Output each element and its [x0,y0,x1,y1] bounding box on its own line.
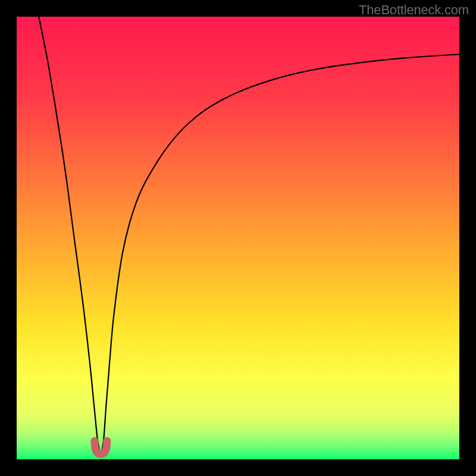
watermark-text: TheBottleneck.com [359,2,469,18]
bottleneck-chart [17,17,459,459]
chart-background [17,17,459,459]
chart-plot-area [17,17,459,459]
